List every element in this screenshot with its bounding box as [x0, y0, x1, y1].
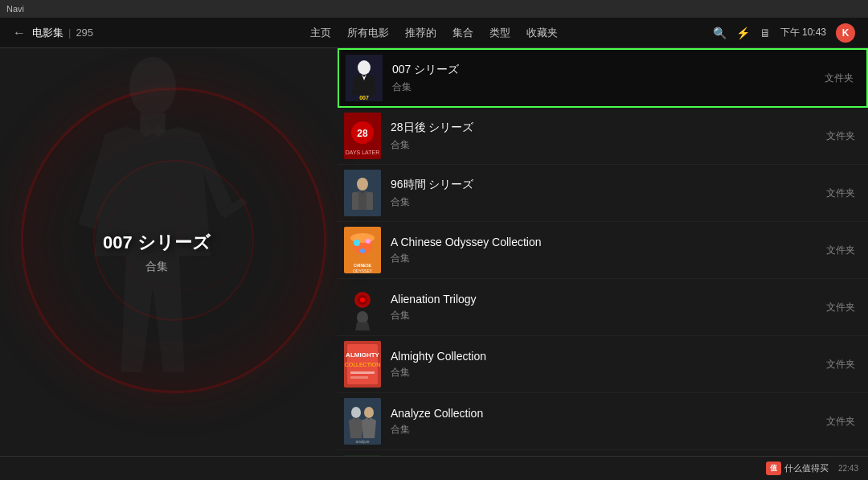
collection-name-007: 007 シリーズ	[392, 63, 825, 77]
nav-right: 🔍 ⚡ 🖥 下午 10:43 K	[713, 23, 855, 43]
svg-text:analyze: analyze	[355, 439, 369, 444]
collection-info-almighty: Almighty Collection 合集	[391, 350, 826, 379]
svg-rect-37	[350, 371, 375, 374]
collection-type-alienation: 合集	[391, 309, 826, 322]
watermark-badge: 值	[766, 462, 781, 475]
svg-text:DAYS LATER: DAYS LATER	[346, 150, 380, 155]
collection-type-007: 合集	[392, 80, 825, 94]
search-icon[interactable]: 🔍	[713, 27, 727, 39]
collection-name-alienation: Alienation Trilogy	[391, 293, 826, 306]
svg-point-17	[357, 178, 368, 191]
nav-collection[interactable]: 集合	[452, 26, 473, 40]
collection-list: 007 007 シリーズ 合集 文件夹 28 DAYS LATER 28日後 シ…	[338, 48, 868, 456]
thumb-28days: 28 DAYS LATER	[344, 113, 381, 159]
nav-genre[interactable]: 类型	[489, 26, 510, 40]
folder-label-almighty: 文件夹	[826, 358, 855, 371]
folder-label-chineseodyssey: 文件夹	[826, 244, 855, 257]
collection-item-chineseodyssey[interactable]: CHINESE ODYSSEY A Chinese Odyssey Collec…	[338, 222, 868, 279]
section-count: 295	[76, 27, 93, 39]
collection-info-28days: 28日後 シリーズ 合集	[391, 121, 826, 152]
collection-item-almighty[interactable]: ALMIGHTY COLLECTION Almighty Collection …	[338, 336, 868, 393]
titlebar-title: Navi	[6, 4, 24, 14]
svg-text:COLLECTION: COLLECTION	[345, 362, 381, 367]
collection-type-chineseodyssey: 合集	[391, 252, 826, 265]
avatar[interactable]: K	[836, 23, 855, 43]
svg-rect-38	[350, 376, 368, 379]
filter-icon[interactable]: ⚡	[736, 27, 750, 39]
display-icon[interactable]: 🖥	[760, 27, 771, 39]
collection-name-28days: 28日後 シリーズ	[391, 121, 826, 135]
svg-rect-19	[366, 192, 373, 210]
folder-label-analyze: 文件夹	[826, 415, 855, 429]
collection-item-appleseed[interactable]: A APPLESEED シリーズ APPLESEED シリーズ 合集 文件夹	[338, 450, 868, 456]
folder-label-96hours: 文件夹	[826, 187, 855, 200]
svg-point-10	[358, 60, 371, 75]
watermark: 值 什么值得买 22:43	[766, 462, 858, 475]
titlebar: Navi	[0, 0, 868, 18]
main-nav: 主页 所有电影 推荐的 集合 类型 收藏夹	[310, 26, 558, 40]
svg-text:007: 007	[359, 95, 369, 101]
back-button[interactable]: ←	[13, 26, 26, 40]
svg-point-23	[354, 240, 360, 246]
nav-home[interactable]: 主页	[310, 26, 331, 40]
svg-point-40	[351, 407, 361, 418]
collection-name-chineseodyssey: A Chinese Odyssey Collection	[391, 236, 826, 248]
nav-favorites[interactable]: 收藏夹	[526, 26, 558, 40]
collection-name-analyze: Analyze Collection	[391, 407, 826, 420]
collection-info-analyze: Analyze Collection 合集	[391, 407, 826, 437]
collection-type-96hours: 合集	[391, 195, 826, 209]
collection-name-96hours: 96時間 シリーズ	[391, 178, 826, 192]
folder-label-007: 文件夹	[825, 72, 854, 85]
svg-text:28: 28	[357, 128, 368, 139]
thumb-almighty: ALMIGHTY COLLECTION	[344, 341, 381, 388]
thumb-96hours	[344, 170, 381, 216]
nav-recommended[interactable]: 推荐的	[405, 26, 436, 40]
folder-label-alienation: 文件夹	[826, 301, 855, 314]
collection-item-96hours[interactable]: 96時間 シリーズ 合集 文件夹	[338, 165, 868, 222]
collection-name-almighty: Almighty Collection	[391, 350, 826, 363]
nav-section: 电影集 | 295	[32, 26, 93, 40]
svg-rect-18	[352, 192, 358, 210]
collection-item-007[interactable]: 007 007 シリーズ 合集 文件夹	[338, 48, 868, 108]
collection-type-28days: 合集	[391, 138, 826, 152]
svg-text:ALMIGHTY: ALMIGHTY	[346, 351, 379, 359]
thumb-chineseodyssey: CHINESE ODYSSEY	[344, 227, 381, 273]
collection-type-analyze: 合集	[391, 423, 826, 437]
thumb-analyze: analyze	[344, 398, 381, 445]
collection-type-almighty: 合集	[391, 366, 826, 379]
navbar: ← 电影集 | 295 主页 所有电影 推荐的 集合 类型 收藏夹 🔍 ⚡ 🖥 …	[0, 18, 868, 48]
section-divider: |	[68, 27, 71, 39]
svg-point-31	[360, 297, 365, 302]
nav-all-movies[interactable]: 所有电影	[347, 26, 389, 40]
svg-point-32	[357, 311, 368, 324]
folder-label-28days: 文件夹	[826, 129, 855, 143]
preview-area: 007 シリーズ 合集	[0, 48, 313, 456]
taskbar-time: 22:43	[838, 464, 858, 473]
svg-point-24	[366, 239, 371, 244]
collection-info-alienation: Alienation Trilogy 合集	[391, 293, 826, 322]
nav-time: 下午 10:43	[780, 26, 826, 39]
collection-info-007: 007 シリーズ 合集	[392, 63, 825, 94]
svg-text:ODYSSEY: ODYSSEY	[353, 269, 373, 273]
preview-title: 007 シリーズ	[103, 231, 211, 255]
watermark-text: 什么值得买	[784, 462, 829, 474]
collection-item-alienation[interactable]: Alienation Trilogy 合集 文件夹	[338, 279, 868, 336]
collection-info-96hours: 96時間 シリーズ 合集	[391, 178, 826, 209]
svg-point-25	[360, 248, 365, 253]
thumb-007: 007	[346, 55, 383, 101]
section-label: 电影集	[32, 26, 63, 40]
collection-info-chineseodyssey: A Chinese Odyssey Collection 合集	[391, 236, 826, 265]
taskbar: 值 什么值得买 22:43	[0, 456, 868, 480]
thumb-alienation	[344, 284, 381, 330]
collection-item-analyze[interactable]: analyze Analyze Collection 合集 文件夹	[338, 393, 868, 450]
svg-text:CHINESE: CHINESE	[354, 263, 372, 268]
preview-subtitle: 合集	[145, 260, 168, 274]
collection-item-28days[interactable]: 28 DAYS LATER 28日後 シリーズ 合集 文件夹	[338, 108, 868, 165]
svg-point-41	[364, 407, 374, 418]
